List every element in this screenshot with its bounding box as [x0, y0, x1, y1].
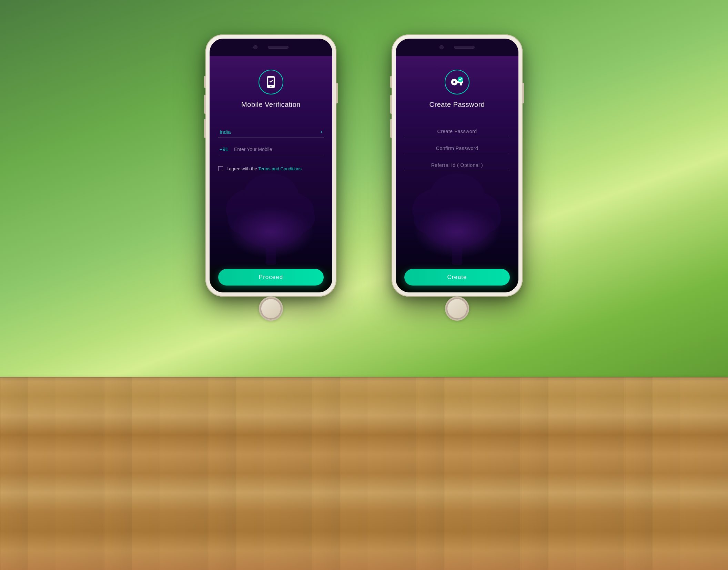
home-button-2[interactable]: [445, 297, 469, 321]
mobile-input[interactable]: Enter Your Mobile: [234, 147, 272, 152]
agree-checkbox[interactable]: [218, 166, 223, 171]
checkbox-label: I agree with the: [226, 166, 258, 171]
create-button[interactable]: Create: [404, 269, 510, 286]
volume-up-button-2: [390, 95, 392, 114]
country-label: India: [220, 129, 231, 135]
phone-1-form: India › +91 Enter Your Mobile I: [218, 126, 324, 186]
key-check-icon: [451, 76, 464, 89]
phone-prefix: +91: [220, 146, 230, 152]
terms-link[interactable]: Terms and Conditions: [258, 166, 302, 171]
phone-2-form: Create Password Confirm Password Referra…: [404, 126, 510, 177]
phones-container: Mobile Verification India › +91 Enter Yo…: [0, 21, 728, 570]
referral-id-field[interactable]: Referral Id ( Optional ): [404, 160, 510, 171]
phone-2: Create Password Create Password Confirm …: [392, 34, 523, 297]
phone-1: Mobile Verification India › +91 Enter Yo…: [205, 34, 336, 297]
home-button-1[interactable]: [259, 297, 283, 321]
mobile-verification-icon: [259, 70, 283, 94]
phone-1-frame: Mobile Verification India › +91 Enter Yo…: [210, 39, 332, 292]
phone-1-top-bar: [210, 39, 332, 56]
front-camera-icon: [253, 45, 257, 49]
phone-check-icon: [264, 76, 277, 89]
volume-down-button: [204, 119, 205, 138]
proceed-button[interactable]: Proceed: [218, 269, 324, 286]
phone-2-content: Create Password Create Password Confirm …: [396, 56, 518, 292]
mute-button-2: [390, 76, 392, 88]
mute-button: [204, 76, 205, 88]
power-button-2: [523, 83, 524, 103]
country-selector[interactable]: India ›: [218, 126, 324, 138]
confirm-password-field[interactable]: Confirm Password: [404, 143, 510, 154]
speaker-2-grille: [454, 46, 475, 49]
phone-1-content: Mobile Verification India › +91 Enter Yo…: [210, 56, 332, 292]
phone-2-title: Create Password: [429, 101, 485, 109]
phone-2-frame: Create Password Create Password Confirm …: [396, 39, 518, 292]
create-password-icon: [445, 70, 469, 94]
front-camera-2-icon: [439, 45, 444, 49]
phone-1-screen: Mobile Verification India › +91 Enter Yo…: [210, 56, 332, 292]
phone-1-title: Mobile Verification: [241, 101, 301, 109]
speaker-grille: [268, 46, 289, 49]
terms-checkbox-row: I agree with the Terms and Conditions: [218, 166, 324, 172]
power-button: [336, 83, 338, 103]
phone-number-row: +91 Enter Your Mobile: [218, 143, 324, 155]
phone-2-screen: Create Password Create Password Confirm …: [396, 56, 518, 292]
country-arrow-icon: ›: [321, 129, 322, 135]
phone-2-top-bar: [396, 39, 518, 56]
create-password-field[interactable]: Create Password: [404, 126, 510, 137]
volume-down-button-2: [390, 119, 392, 138]
volume-up-button: [204, 95, 205, 114]
